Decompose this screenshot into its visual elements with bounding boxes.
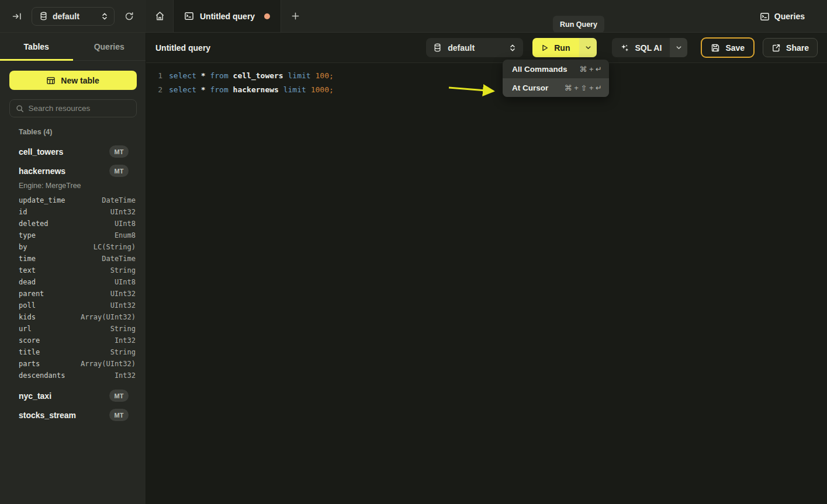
save-button-label: Save	[725, 43, 745, 53]
refresh-button[interactable]	[120, 8, 138, 25]
sidebar-tab-queries[interactable]: Queries	[73, 33, 146, 60]
sql-ai-label: SQL AI	[635, 43, 662, 53]
menu-item-shortcut: ⌘ + ↵	[579, 65, 602, 74]
sql-token: 1000;	[306, 85, 334, 94]
collapse-sidebar-button[interactable]	[8, 8, 26, 25]
column-type: UInt32	[110, 208, 136, 216]
engine-badge: MT	[109, 145, 129, 158]
column-name: text	[19, 266, 110, 274]
table-name: cell_towers	[19, 147, 109, 157]
column-row[interactable]: typeEnum8	[0, 230, 146, 241]
chevron-down-icon	[585, 44, 591, 51]
sql-token: cell_towers	[229, 71, 288, 80]
engine-badge: MT	[109, 390, 129, 402]
run-button[interactable]: Run	[532, 38, 579, 57]
run-options-menu: All Commands⌘ + ↵At Cursor⌘ + ⇧ + ↵	[503, 60, 609, 97]
table-name: nyc_taxi	[19, 391, 109, 401]
queries-button[interactable]: Queries	[760, 0, 805, 33]
editor-line[interactable]: 1select * from cell_towers limit 100;	[146, 68, 827, 82]
editor-line[interactable]: 2select * from hackernews limit 1000;	[146, 82, 827, 96]
column-row[interactable]: kidsArray(UInt32)	[0, 311, 146, 323]
column-type: String	[110, 325, 136, 333]
run-options-caret[interactable]	[579, 38, 597, 57]
share-button-label: Share	[786, 43, 809, 53]
column-row[interactable]: parentUInt32	[0, 288, 146, 300]
search-icon	[16, 105, 24, 113]
unsaved-changes-dot	[264, 13, 270, 19]
column-name: deleted	[19, 220, 115, 228]
column-type: DateTime	[102, 196, 136, 204]
column-type: String	[110, 266, 136, 274]
column-name: kids	[19, 313, 81, 321]
sparkles-icon	[620, 43, 629, 53]
database-selector-value: default	[448, 43, 503, 53]
menu-item-all-commands[interactable]: All Commands⌘ + ↵	[503, 60, 609, 78]
database-selector-toolbar[interactable]: default	[426, 38, 523, 57]
sql-token: select	[169, 85, 196, 94]
new-tab-button[interactable]	[281, 0, 309, 32]
column-row[interactable]: timeDateTime	[0, 253, 146, 265]
column-row[interactable]: textString	[0, 265, 146, 276]
tab-untitled-query[interactable]: Untitled query	[173, 0, 281, 32]
column-type: UInt8	[115, 220, 136, 228]
column-type: String	[110, 348, 136, 356]
sql-ai-button[interactable]: SQL AI	[612, 38, 670, 57]
play-icon	[541, 44, 549, 52]
column-name: parent	[19, 290, 110, 298]
column-name: update_time	[19, 196, 102, 204]
column-name: descendants	[19, 371, 115, 380]
sql-token: from	[210, 71, 228, 80]
column-row[interactable]: urlString	[0, 323, 146, 335]
table-engine-label: Engine: MergeTree	[0, 180, 146, 193]
column-name: title	[19, 348, 110, 356]
column-row[interactable]: scoreInt32	[0, 335, 146, 346]
column-row[interactable]: byLC(String)	[0, 241, 146, 253]
column-row[interactable]: descendantsInt32	[0, 370, 146, 381]
sql-token: select	[169, 71, 196, 80]
menu-item-at-cursor[interactable]: At Cursor⌘ + ⇧ + ↵	[503, 78, 609, 97]
main-area: Untitled query default	[146, 33, 827, 504]
table-row[interactable]: cell_towersMT	[0, 142, 146, 161]
chevrons-updown-icon	[101, 12, 108, 20]
table-row[interactable]: nyc_taxiMT	[0, 386, 146, 405]
database-selector-top[interactable]: default	[32, 7, 115, 26]
chevron-down-icon	[676, 44, 682, 51]
table-row[interactable]: stocks_streamMT	[0, 405, 146, 425]
column-row[interactable]: idUInt32	[0, 206, 146, 218]
database-selector-value: default	[53, 12, 96, 21]
new-table-label: New table	[61, 76, 99, 85]
sidebar-tabs: Tables Queries	[0, 33, 146, 61]
sql-ai-split-button: SQL AI	[612, 38, 687, 57]
query-toolbar: Untitled query default	[146, 33, 827, 63]
column-row[interactable]: pollUInt32	[0, 300, 146, 311]
column-type: Enum8	[115, 231, 136, 239]
table-row[interactable]: hackernewsMT	[0, 161, 146, 180]
engine-badge: MT	[109, 165, 129, 177]
column-row[interactable]: titleString	[0, 346, 146, 358]
sql-ai-caret[interactable]	[670, 38, 687, 57]
column-row[interactable]: deadUInt8	[0, 276, 146, 288]
column-row[interactable]: partsArray(UInt32)	[0, 358, 146, 370]
plus-icon	[291, 12, 300, 20]
column-row[interactable]: update_timeDateTime	[0, 194, 146, 206]
column-type: DateTime	[102, 255, 136, 263]
sql-token: 100;	[311, 71, 334, 80]
query-title: Untitled query	[155, 43, 210, 53]
collapse-sidebar-icon	[12, 12, 22, 21]
database-icon	[433, 43, 442, 52]
column-row[interactable]: deletedUInt8	[0, 218, 146, 230]
search-resources-input[interactable]	[29, 104, 132, 113]
save-button[interactable]: Save	[701, 37, 755, 58]
top-bar: default	[0, 0, 827, 33]
share-button[interactable]: Share	[763, 38, 818, 57]
new-table-button[interactable]: New table	[9, 71, 137, 90]
sql-token: limit	[283, 85, 306, 94]
sql-editor[interactable]: 1select * from cell_towers limit 100;2se…	[146, 63, 827, 96]
column-name: poll	[19, 301, 110, 310]
sidebar: Tables Queries New table Tables (4) cell…	[0, 33, 146, 504]
table-name: hackernews	[19, 166, 109, 176]
sidebar-tab-tables[interactable]: Tables	[0, 33, 73, 60]
column-list: update_timeDateTimeidUInt32deletedUInt8t…	[0, 193, 146, 386]
home-button[interactable]	[146, 0, 173, 32]
line-number: 2	[146, 85, 162, 94]
